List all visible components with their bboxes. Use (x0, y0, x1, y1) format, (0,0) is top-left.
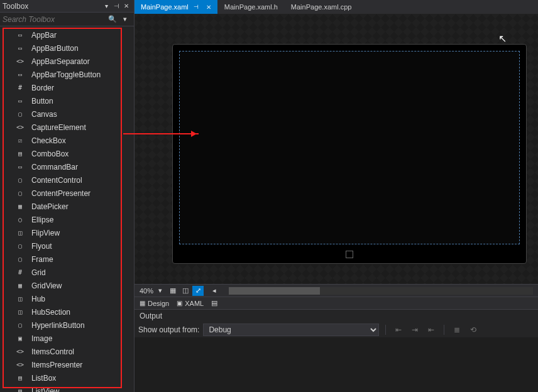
toolbox-item[interactable]: ◫HubSection (0, 305, 134, 318)
output-panel: Output Show output from: Debug ⇤ ⇥ ⇤ ≣ ⟲ (134, 309, 538, 392)
document-tab[interactable]: MainPage.xaml⊣✕ (134, 0, 218, 14)
toolbox-item[interactable]: <>ItemsControl (0, 345, 134, 358)
toolbox-item[interactable]: ▢Flyout (0, 239, 134, 253)
document-tab[interactable]: MainPage.xaml.h (218, 0, 285, 14)
toolbox-dropdown-icon[interactable]: ▾ (101, 1, 111, 11)
separator (444, 325, 444, 335)
zoom-value[interactable]: 40% (140, 287, 153, 295)
fit-grid-icon[interactable]: ▦ (167, 286, 178, 296)
control-icon: ▦ (15, 281, 25, 291)
find-icon[interactable]: ⇤ (392, 324, 405, 335)
toolbox-item[interactable]: ◫FlipView (0, 226, 134, 239)
control-icon: # (15, 83, 25, 93)
toolbox-item[interactable]: ▢Canvas (0, 107, 134, 121)
toolbox-item[interactable]: ▤ComboBox (0, 147, 134, 160)
toolbox-item[interactable]: #Border (0, 81, 134, 94)
toolbox-item-label: ListBox (31, 374, 56, 383)
toolbox-item-label: GridView (31, 281, 62, 290)
toolbox-item[interactable]: ▢HyperlinkButton (0, 318, 134, 332)
toolbox-item[interactable]: ▤ListBox (0, 371, 134, 384)
toolbox-item-label: Button (31, 97, 53, 106)
prev-icon[interactable]: ⇥ (409, 324, 421, 335)
toolbox-item[interactable]: ☑CheckBox (0, 134, 134, 147)
chevron-left-icon[interactable]: ◂ (209, 286, 220, 296)
toolbox-title: Toolbox (3, 2, 101, 11)
close-icon[interactable]: ✕ (206, 4, 211, 11)
output-from-label: Show output from: (138, 325, 199, 334)
toolbox-item[interactable]: ▭AppBar (0, 28, 134, 41)
toolbox-item-label: AppBar (31, 31, 57, 40)
toolbox-item-label: Frame (31, 255, 53, 264)
control-icon: ▭ (15, 43, 25, 53)
toolbox-item-label: CommandBar (31, 163, 78, 172)
toolbox-item-label: Border (31, 84, 54, 92)
horizontal-scrollbar[interactable] (229, 287, 533, 295)
toolbox-item-label: AppBarToggleButton (31, 70, 101, 79)
wrap-icon[interactable]: ⟲ (467, 324, 480, 335)
control-icon: ▭ (15, 70, 25, 80)
zoom-dropdown-icon[interactable]: ▾ (158, 286, 162, 295)
toolbox-item[interactable]: ▢Frame (0, 253, 134, 266)
toolbox-item[interactable]: <>CaptureElement (0, 121, 134, 134)
document-tab-label: MainPage.xaml.h (224, 3, 278, 11)
control-icon: <> (15, 360, 25, 370)
toolbox-item[interactable]: ▤ListView (0, 384, 134, 392)
toolbox-item[interactable]: ◯Ellipse (0, 213, 134, 226)
toolbox-item[interactable]: ▭CommandBar (0, 160, 134, 173)
document-tabs: MainPage.xaml⊣✕MainPage.xaml.hMainPage.x… (134, 0, 538, 14)
toolbox-item[interactable]: ▦DatePicker (0, 200, 134, 213)
search-dropdown-icon[interactable]: ▾ (119, 14, 131, 25)
clear-icon[interactable]: ≣ (451, 324, 463, 335)
toolbox-item[interactable]: #Grid (0, 266, 134, 279)
toolbox-item-label: ItemsPresenter (31, 361, 82, 369)
designer-canvas[interactable]: ↖ (134, 14, 538, 284)
fit-all-icon[interactable]: ⤢ (192, 286, 204, 296)
toolbox-item[interactable]: ▢ContentPresenter (0, 187, 134, 200)
toolbox-item[interactable]: ▣Image (0, 332, 134, 345)
swap-panes-icon[interactable]: ▤ (211, 299, 217, 307)
pin-icon[interactable]: ⊣ (194, 4, 199, 10)
fit-width-icon[interactable]: ◫ (180, 286, 191, 296)
toolbox-close-icon[interactable]: ✕ (121, 1, 131, 11)
document-tab[interactable]: MainPage.xaml.cpp (285, 0, 359, 14)
next-icon[interactable]: ⇤ (425, 324, 437, 335)
toolbox-item[interactable]: ▦GridView (0, 279, 134, 292)
toolbox-item-label: DatePicker (31, 202, 69, 211)
toolbox-header: Toolbox ▾ ⊣ ✕ (0, 0, 134, 13)
toolbox-item-label: CheckBox (31, 136, 66, 145)
device-screen[interactable] (179, 51, 520, 244)
toolbox-item-label: ItemsControl (31, 347, 74, 356)
xaml-icon: ▣ (177, 300, 182, 307)
toolbox-item-label: Grid (31, 268, 46, 277)
toolbox-item[interactable]: ▭AppBarToggleButton (0, 68, 134, 81)
document-tab-label: MainPage.xaml (141, 3, 189, 11)
design-xaml-row: ▦ Design ▣ XAML ▤ (134, 297, 538, 309)
toolbox-item[interactable]: ◫Hub (0, 292, 134, 305)
device-home-button-icon (346, 251, 353, 258)
control-icon: ▤ (15, 373, 25, 383)
design-tab[interactable]: ▦ Design (140, 300, 169, 307)
control-icon: <> (15, 122, 25, 133)
main-area: MainPage.xaml⊣✕MainPage.xaml.hMainPage.x… (134, 0, 538, 392)
toolbox-item-label: HubSection (31, 308, 70, 317)
toolbox-item-label: Hub (31, 295, 45, 303)
control-icon: ◫ (15, 228, 25, 238)
output-source-select[interactable]: Debug (203, 324, 379, 336)
toolbox-item-label: ContentControl (31, 176, 82, 185)
toolbox-search-input[interactable] (3, 15, 106, 24)
toolbox-item[interactable]: ▢ContentControl (0, 173, 134, 187)
control-icon: <> (15, 57, 25, 67)
toolbox-item[interactable]: <>ItemsPresenter (0, 358, 134, 371)
control-icon: ▢ (15, 320, 25, 330)
separator (385, 325, 386, 335)
toolbox-item[interactable]: ▭Button (0, 94, 134, 107)
toolbox-item[interactable]: ▭AppBarButton (0, 41, 134, 55)
control-icon: ▤ (15, 386, 25, 393)
toolbox-pin-icon[interactable]: ⊣ (111, 1, 121, 11)
toolbox-item[interactable]: <>AppBarSeparator (0, 55, 134, 68)
xaml-tab[interactable]: ▣ XAML (177, 300, 204, 307)
toolbox-panel: Toolbox ▾ ⊣ ✕ 🔍 ▾ ▭AppBar▭AppBarButton<>… (0, 0, 134, 392)
search-icon[interactable]: 🔍 (106, 14, 119, 25)
output-body[interactable] (134, 337, 538, 392)
horizontal-scrollbar-thumb[interactable] (229, 287, 320, 295)
